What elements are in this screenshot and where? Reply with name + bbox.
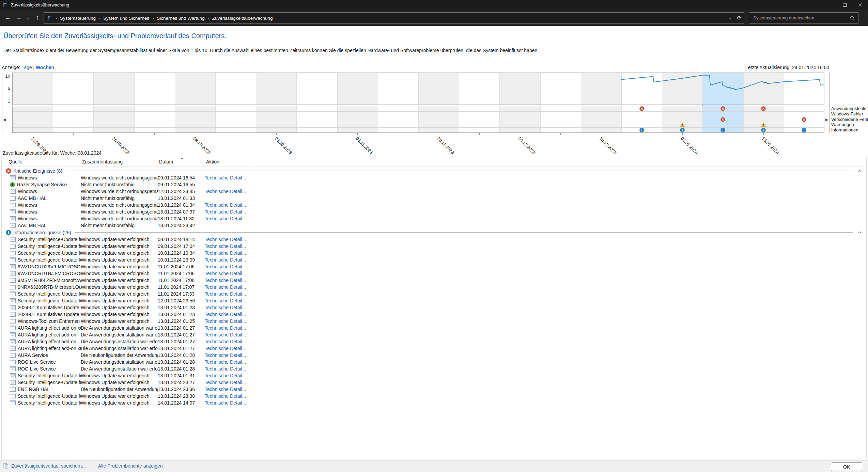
event-row[interactable]: Razer Synapse ServiceNicht mehr funktion…: [2, 181, 866, 188]
event-row[interactable]: Security Intelligence-Update fü...Window…: [2, 236, 866, 243]
technical-details-link[interactable]: Technische Detail...: [205, 237, 246, 242]
warning-event-icon[interactable]: [761, 122, 766, 127]
technical-details-link[interactable]: Technische Detail...: [205, 284, 246, 290]
event-summary-cell: Nicht mehr funktionsfähig: [81, 223, 158, 228]
ok-button[interactable]: OK: [831, 462, 862, 471]
info-event-icon[interactable]: [720, 128, 725, 132]
technical-details-link[interactable]: Technische Detail...: [205, 189, 246, 194]
chart-scroll-right-icon[interactable]: ▶: [825, 118, 828, 121]
event-row[interactable]: 9WZDNCRD29V9-MICROSOFT....Windows Update…: [2, 263, 866, 270]
column-header-zusammenfassung[interactable]: Zusammenfassung: [81, 159, 158, 164]
technical-details-link[interactable]: Technische Detail...: [205, 216, 246, 221]
info-event-icon[interactable]: [680, 128, 685, 132]
technical-details-link[interactable]: Technische Detail...: [205, 339, 246, 344]
event-source: Security Intelligence-Update fü...: [18, 298, 81, 303]
view-all-reports-link[interactable]: Alle Problemberichte anzeigen: [98, 463, 163, 469]
event-row[interactable]: ROG Live ServiceDie Anwendungsdeinstalla…: [2, 359, 866, 365]
info-event-icon[interactable]: [802, 128, 806, 132]
column-separator[interactable]: [81, 157, 81, 167]
event-row[interactable]: WindowsWindows wurde nicht ordnungsgemäß…: [2, 174, 866, 181]
event-row[interactable]: Security Intelligence-Update fü...Window…: [2, 290, 866, 297]
event-row[interactable]: AAC MB HALNicht mehr funktionsfähig13.01…: [2, 195, 866, 202]
event-row[interactable]: WindowsWindows wurde nicht ordnungsgemäß…: [2, 188, 866, 195]
technical-details-link[interactable]: Technische Detail...: [205, 400, 246, 406]
event-row[interactable]: Security Intelligence-Update fü...Window…: [2, 256, 866, 263]
event-row[interactable]: Security Intelligence-Update fü...Window…: [2, 393, 866, 399]
technical-details-link[interactable]: Technische Detail...: [205, 366, 246, 372]
collapse-group-icon[interactable]: [858, 170, 862, 172]
event-group-row[interactable]: Informationsereignisse (25): [2, 229, 866, 236]
column-separator[interactable]: [205, 157, 205, 167]
application-icon: [10, 189, 16, 194]
technical-details-link[interactable]: Technische Detail...: [205, 346, 246, 351]
error-event-icon[interactable]: [761, 106, 766, 111]
event-row[interactable]: Security Intelligence-Update fü...Window…: [2, 297, 866, 304]
event-row[interactable]: AURA lighting effect add-on x64Die Anwen…: [2, 325, 866, 331]
event-row[interactable]: Security Intelligence-Update fü...Window…: [2, 250, 866, 256]
column-separator[interactable]: [249, 157, 249, 167]
event-row[interactable]: Security Intelligence-Update fü...Window…: [2, 243, 866, 250]
technical-details-link[interactable]: Technische Detail...: [205, 175, 246, 180]
info-event-icon[interactable]: [761, 128, 766, 132]
warning-event-icon[interactable]: [680, 122, 685, 127]
technical-details-link[interactable]: Technische Detail...: [205, 264, 246, 269]
column-separator[interactable]: [158, 157, 158, 167]
collapse-group-icon[interactable]: [858, 231, 862, 234]
technical-details-link[interactable]: Technische Detail...: [205, 318, 246, 324]
event-row[interactable]: 9WZDNCRDTBJJ-MICROSOFT.G...Windows Updat…: [2, 270, 866, 277]
save-history-link[interactable]: Zuverlässigkeitsverlauf speichern...: [11, 463, 86, 469]
event-row[interactable]: AAC MB HALNicht mehr funktionsfähig13.01…: [2, 222, 866, 229]
technical-details-link[interactable]: Technische Detail...: [205, 305, 246, 310]
error-event-icon[interactable]: [720, 106, 725, 111]
column-header-aktion[interactable]: Aktion: [205, 159, 249, 164]
event-row[interactable]: 2024-01 Kumulatives Update fü...Windows …: [2, 311, 866, 318]
technical-details-link[interactable]: Technische Detail...: [205, 202, 246, 208]
technical-details-link[interactable]: Technische Detail...: [205, 271, 246, 276]
technical-details-link[interactable]: Technische Detail...: [205, 291, 246, 297]
event-date-cell: 11.01.2024 17:06: [158, 264, 205, 269]
technical-details-link[interactable]: Technische Detail...: [205, 250, 246, 256]
event-row[interactable]: AURA lighting effect add-on x64Die Anwen…: [2, 345, 866, 352]
event-row[interactable]: Windows-Tool zum Entfernen ...Windows Up…: [2, 318, 866, 325]
technical-details-link[interactable]: Technische Detail...: [205, 387, 246, 392]
event-date-cell: 13.01.2024 01:34: [158, 202, 205, 208]
technical-details-link[interactable]: Technische Detail...: [205, 257, 246, 263]
event-date-cell: 13.01.2024 01:27: [158, 339, 205, 344]
technical-details-link[interactable]: Technische Detail...: [205, 325, 246, 331]
event-row[interactable]: WindowsWindows wurde nicht ordnungsgemäß…: [2, 202, 866, 208]
event-row[interactable]: AURA lighting effect add-onDie Anwendung…: [2, 338, 866, 345]
event-row[interactable]: Security Intelligence-Update fü...Window…: [2, 379, 866, 386]
event-row[interactable]: 2024-01 Kumulatives Update fü...Windows …: [2, 304, 866, 311]
technical-details-link[interactable]: Technische Detail...: [205, 352, 246, 358]
technical-details-link[interactable]: Technische Detail...: [205, 332, 246, 337]
event-row[interactable]: WindowsWindows wurde nicht ordnungsgemäß…: [2, 215, 866, 222]
event-row[interactable]: ROG Live ServiceDie Anwendungsinstallati…: [2, 365, 866, 372]
error-event-icon[interactable]: [802, 117, 806, 122]
technical-details-link[interactable]: Technische Detail...: [205, 380, 246, 385]
event-group-row[interactable]: Kritische Ereignisse (8): [2, 167, 866, 174]
event-row[interactable]: 9NRX63209R7B-Microsoft.Outl...Windows Up…: [2, 284, 866, 290]
technical-details-link[interactable]: Technische Detail...: [205, 393, 246, 399]
event-source: Razer Synapse Service: [17, 182, 67, 187]
event-row[interactable]: Security Intelligence-Update fü...Window…: [2, 372, 866, 379]
event-row[interactable]: ENE RGB HALDie Neukonfiguration der Anwe…: [2, 386, 866, 393]
event-row[interactable]: 9MSMLRH6LZF3-Microsoft.Wi...Windows Upda…: [2, 277, 866, 284]
technical-details-link[interactable]: Technische Detail...: [205, 298, 246, 303]
info-event-icon[interactable]: [639, 128, 644, 132]
technical-details-link[interactable]: Technische Detail...: [205, 209, 246, 215]
event-row[interactable]: WindowsWindows wurde nicht ordnungsgemäß…: [2, 208, 866, 215]
error-event-icon[interactable]: [639, 106, 644, 111]
column-header-datum[interactable]: Datum: [158, 159, 205, 164]
technical-details-link[interactable]: Technische Detail...: [205, 278, 246, 283]
technical-details-link[interactable]: Technische Detail...: [205, 312, 246, 317]
technical-details-link[interactable]: Technische Detail...: [205, 359, 246, 365]
chart-scroll-left-icon[interactable]: ◀: [3, 118, 6, 121]
event-row[interactable]: Security Intelligence-Update fü...Window…: [2, 399, 866, 406]
event-row[interactable]: AURA lighting effect add-onDie Anwendung…: [2, 331, 866, 338]
event-row[interactable]: AURA ServiceDie Neukonfiguration der Anw…: [2, 352, 866, 359]
technical-details-link[interactable]: Technische Detail...: [205, 373, 246, 378]
error-event-icon[interactable]: [720, 117, 725, 122]
event-date-cell: 13.01.2024 11:32: [158, 216, 205, 221]
column-header-quelle[interactable]: Quelle: [2, 159, 81, 164]
technical-details-link[interactable]: Technische Detail...: [205, 243, 246, 249]
